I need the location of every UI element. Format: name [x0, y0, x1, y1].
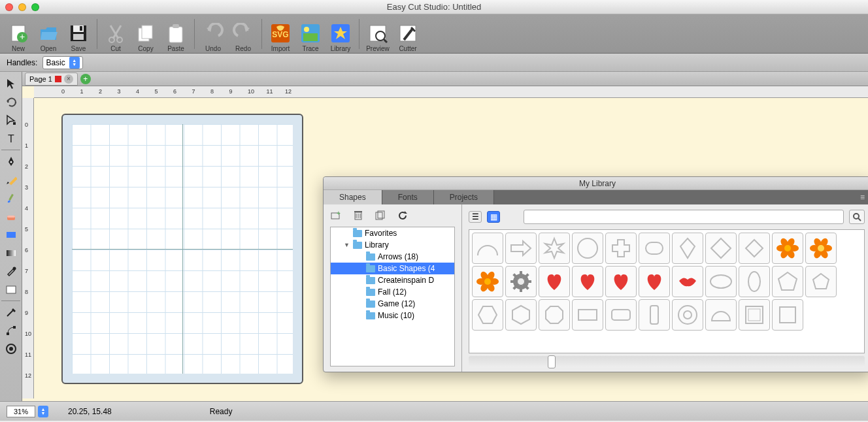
swatch-tool[interactable] [1, 281, 21, 298]
trace-button[interactable]: Trace [296, 16, 325, 52]
add-tab-button[interactable]: + [80, 74, 91, 84]
new-button[interactable]: +New [4, 16, 33, 52]
tree-item[interactable]: ▼Library [331, 239, 454, 251]
shape-circle[interactable] [572, 233, 603, 264]
folder-icon [366, 312, 375, 319]
shape-heart2[interactable] [572, 266, 603, 297]
pencil-tool[interactable] [1, 171, 21, 188]
library-search-input[interactable] [524, 210, 844, 224]
tree-item[interactable]: Createinspain D [331, 274, 454, 286]
tree-item[interactable]: Fall (12) [331, 286, 454, 298]
tree-item[interactable]: Game (12) [331, 298, 454, 310]
shape-donut[interactable] [672, 299, 703, 331]
shape-pentagon[interactable] [772, 266, 803, 297]
tree-item[interactable]: Music (10) [331, 310, 454, 321]
shape-rect-tool[interactable] [1, 226, 21, 243]
shape-flower-orange[interactable] [772, 233, 803, 264]
shape-half-circle[interactable] [705, 299, 737, 331]
shape-lips[interactable] [672, 266, 703, 297]
shape-octagon[interactable] [539, 299, 570, 331]
options-bar: Handles: Basic ▲▼ [0, 54, 868, 72]
eyedropper-tool[interactable] [1, 263, 21, 280]
zoom-stepper[interactable]: ▲▼ [38, 406, 48, 417]
duplicate-icon[interactable] [375, 210, 386, 221]
shape-heart[interactable] [539, 266, 570, 297]
handles-select[interactable]: Basic ▲▼ [42, 56, 82, 69]
shape-capsule[interactable] [639, 233, 670, 264]
shape-heart-half[interactable] [639, 266, 670, 297]
toolbar-label: Trace [302, 45, 318, 52]
shape-square[interactable] [772, 299, 803, 331]
shape-oval-tall[interactable] [739, 266, 770, 297]
shapes-grid [469, 229, 865, 353]
shape-hexagon2[interactable] [505, 299, 537, 331]
shape-square-bevel[interactable] [739, 299, 770, 331]
shape-arrow[interactable] [505, 233, 537, 264]
paste-button[interactable]: Paste [161, 16, 190, 52]
undo-button[interactable]: Undo [199, 16, 227, 52]
select-tool[interactable] [1, 75, 21, 92]
cutting-mat[interactable] [61, 114, 303, 384]
library-tree[interactable]: Favorites▼LibraryArrows (18)Basic Shapes… [330, 227, 455, 366]
shape-asterisk[interactable] [539, 233, 570, 264]
refresh-icon[interactable] [397, 210, 409, 221]
pen-tool[interactable] [1, 153, 21, 170]
knife-tool[interactable] [1, 304, 21, 321]
shape-hexagon[interactable] [472, 299, 503, 331]
library-menu-icon[interactable]: ≡ [854, 190, 868, 204]
tree-label: Favorites [365, 229, 397, 238]
brush-tool[interactable] [1, 189, 21, 206]
rotate-tool[interactable] [1, 93, 21, 110]
gradient-tool[interactable] [1, 244, 21, 261]
zoom-field[interactable]: 31% [7, 406, 35, 417]
shape-heart3[interactable] [605, 266, 637, 297]
shape-kite[interactable] [672, 233, 703, 264]
page-tab[interactable]: Page 1 × [25, 73, 78, 86]
tree-label: Createinspain D [378, 276, 434, 285]
shape-rect-tall[interactable] [639, 299, 670, 331]
shape-flower-orange-yellow[interactable] [805, 233, 837, 264]
search-button[interactable] [849, 210, 865, 224]
list-view-button[interactable]: ☰ [469, 211, 482, 223]
shape-diamond2[interactable] [739, 233, 770, 264]
shape-diamond[interactable] [705, 233, 737, 264]
library-button[interactable]: Library [326, 16, 355, 52]
shape-rounded-rect[interactable] [605, 299, 637, 331]
tree-item[interactable]: Favorites [331, 227, 454, 239]
eraser-tool[interactable] [1, 208, 21, 225]
svg-text:T: T [8, 133, 14, 144]
shape-rect[interactable] [572, 299, 603, 331]
cutter-button[interactable]: Cutter [393, 16, 422, 52]
copy-button[interactable]: Copy [131, 16, 160, 52]
grid-view-button[interactable]: ▦ [487, 211, 500, 223]
library-tab-shapes[interactable]: Shapes [324, 190, 382, 204]
library-title[interactable]: My Library [324, 177, 868, 190]
shape-cross[interactable] [605, 233, 637, 264]
shape-gear[interactable] [505, 266, 537, 297]
shape-arch[interactable] [472, 233, 503, 264]
cut-button[interactable]: Cut [101, 16, 130, 52]
import-button[interactable]: SVGImport [266, 16, 295, 52]
text-tool[interactable]: T [1, 130, 21, 147]
status-bar: 31% ▲▼ 20.25, 15.48 Ready [0, 401, 868, 421]
shape-ellipse[interactable] [705, 266, 737, 297]
open-button[interactable]: Open [34, 16, 63, 52]
library-tab-projects[interactable]: Projects [434, 190, 494, 204]
svg-rect-52 [646, 242, 663, 254]
library-tab-fonts[interactable]: Fonts [382, 190, 434, 204]
toolbar-label: Preview [366, 45, 390, 52]
grid-toggle-tool[interactable] [1, 340, 21, 357]
shape-pentagon2[interactable] [805, 266, 837, 297]
trash-icon[interactable] [352, 210, 364, 221]
add-folder-icon[interactable]: + [330, 210, 342, 221]
redo-button[interactable]: Redo [229, 16, 258, 52]
tree-item[interactable]: Arrows (18) [331, 251, 454, 263]
thumbnail-size-slider[interactable] [469, 356, 865, 368]
bezier-tool[interactable] [1, 322, 21, 339]
tree-item[interactable]: Basic Shapes (4 [331, 263, 454, 274]
node-tool[interactable] [1, 112, 21, 129]
save-button[interactable]: Save [64, 16, 93, 52]
preview-button[interactable]: Preview [363, 16, 392, 52]
shape-flower-orange-small[interactable] [472, 266, 503, 297]
close-tab-icon[interactable]: × [64, 74, 73, 84]
